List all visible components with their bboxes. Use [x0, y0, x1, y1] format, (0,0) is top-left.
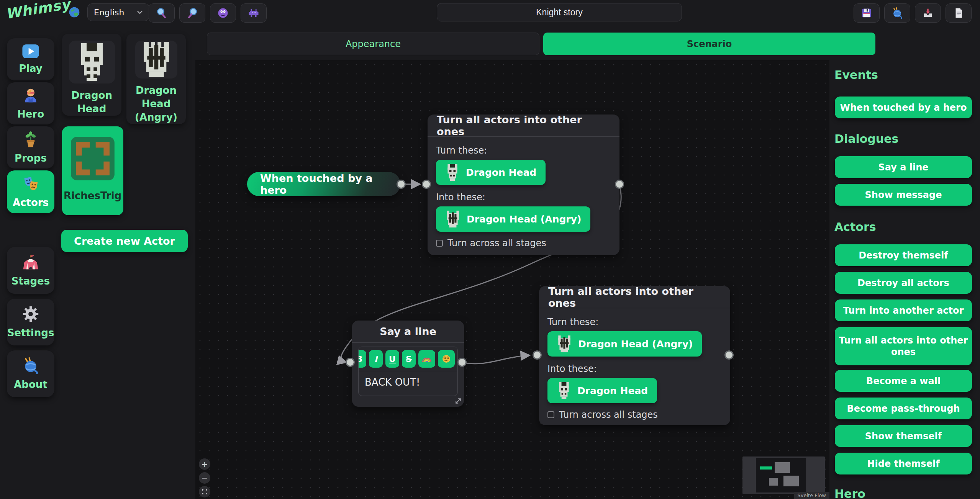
- actor-select-button[interactable]: Dragon Head (Angry): [547, 331, 702, 357]
- dragon-skull-angry-icon: [445, 211, 461, 227]
- minimap-node: [760, 466, 772, 470]
- save-button[interactable]: [854, 3, 880, 23]
- sidebar-item-props[interactable]: Props: [7, 126, 54, 169]
- source-handle[interactable]: [724, 350, 734, 360]
- sidebar-item-actors[interactable]: Actors: [7, 170, 54, 213]
- turn-these-label: Turn these:: [436, 145, 611, 156]
- palette-button-destroy-all-actors[interactable]: Destroy all actors: [835, 272, 972, 294]
- sidebar-item-label: Actors: [13, 197, 49, 208]
- sidebar-item-label: Stages: [11, 275, 50, 287]
- potted-plant-icon: [22, 131, 39, 148]
- import-button[interactable]: [915, 3, 941, 23]
- story-title-input[interactable]: [437, 3, 682, 21]
- resize-handle-icon[interactable]: [455, 398, 462, 404]
- document-button[interactable]: [946, 3, 972, 23]
- minimap-viewport: [756, 458, 806, 492]
- emoji-button[interactable]: [438, 350, 455, 368]
- checkbox-label: Turn across all stages: [447, 238, 546, 249]
- palette-button-turn-into-another[interactable]: Turn into another actor: [835, 299, 972, 321]
- italic-button[interactable]: I: [369, 350, 383, 368]
- alien-monster-button[interactable]: [241, 3, 267, 23]
- minimap-node: [783, 476, 799, 486]
- target-handle[interactable]: [533, 350, 542, 360]
- alien-monster-icon: [248, 7, 259, 19]
- source-handle[interactable]: [457, 358, 467, 367]
- palette-button-become-a-wall[interactable]: Become a wall: [835, 370, 972, 392]
- superhero-icon: [22, 87, 39, 104]
- node-say-a-line[interactable]: Say a line B I U S: [352, 321, 464, 407]
- palette-button-show-message[interactable]: Show message: [835, 184, 972, 206]
- actor-card-dragon-head-angry[interactable]: Dragon Head (Angry): [126, 34, 186, 124]
- create-new-actor-button[interactable]: Create new Actor: [61, 230, 188, 252]
- tab-label: Appearance: [346, 39, 401, 49]
- import-tray-icon: [922, 7, 934, 19]
- sidebar-item-stages[interactable]: Stages: [7, 247, 54, 294]
- palette-heading-events: Events: [834, 68, 972, 82]
- target-handle[interactable]: [422, 180, 431, 189]
- turn-across-stages-checkbox[interactable]: [547, 411, 554, 418]
- save-floppy-icon: [861, 7, 872, 19]
- target-handle[interactable]: [346, 358, 355, 367]
- svelte-flow-attribution[interactable]: Svelte Flow: [794, 492, 829, 499]
- sidebar-item-play[interactable]: Play: [7, 38, 54, 80]
- yarn-button[interactable]: [884, 3, 910, 23]
- app-window: Whimsy English: [0, 0, 980, 499]
- into-these-label: Into these:: [436, 192, 611, 203]
- node-title: When touched by a hero: [260, 172, 400, 196]
- checkbox-label: Turn across all stages: [559, 409, 658, 420]
- zoom-out-button[interactable]: −: [199, 472, 210, 484]
- search-left-button[interactable]: [149, 3, 175, 23]
- source-handle[interactable]: [397, 180, 406, 189]
- sidebar-item-hero[interactable]: Hero: [7, 82, 54, 124]
- underline-button[interactable]: U: [385, 350, 399, 368]
- palette-button-turn-all-actors[interactable]: Turn all actors into other ones: [835, 327, 972, 365]
- plus-icon: +: [202, 460, 208, 469]
- turn-across-stages-checkbox[interactable]: [436, 240, 443, 247]
- delete-button[interactable]: [457, 350, 458, 368]
- tab-scenario[interactable]: Scenario: [543, 33, 875, 55]
- dragon-skull-icon: [445, 164, 460, 181]
- strikethrough-button[interactable]: S: [402, 350, 416, 368]
- zoom-in-button[interactable]: +: [199, 458, 210, 470]
- palette-button-when-touched[interactable]: When touched by a hero: [835, 97, 972, 118]
- actor-name: Dragon Head: [577, 385, 648, 396]
- chevron-down-icon: [137, 10, 143, 14]
- dragon-skull-icon: [557, 382, 571, 399]
- woozy-face-icon: [442, 354, 451, 363]
- rainbow-button[interactable]: [418, 350, 435, 368]
- fit-view-button[interactable]: [199, 486, 210, 497]
- actor-card-richestrigger[interactable]: RichesTrigger: [62, 126, 123, 215]
- palette-button-hide-themself[interactable]: Hide themself: [835, 453, 972, 474]
- actor-name: Dragon Head (Angry): [126, 84, 186, 124]
- actor-card-dragon-head[interactable]: Dragon Head: [62, 34, 121, 116]
- magnifier-tilted-left-icon: [156, 7, 167, 19]
- node-turn-all-actors-1[interactable]: Turn all actors into other ones Turn the…: [428, 115, 619, 255]
- palette-button-become-pass-through[interactable]: Become pass-through: [835, 398, 972, 419]
- scenario-canvas[interactable]: When touched by a hero Turn all actors i…: [195, 60, 829, 499]
- minimap-node: [775, 462, 790, 473]
- actor-select-button[interactable]: Dragon Head: [547, 378, 657, 403]
- language-select[interactable]: English: [87, 3, 149, 21]
- actor-select-button[interactable]: Dragon Head (Angry): [436, 206, 590, 232]
- tab-appearance[interactable]: Appearance: [207, 33, 539, 55]
- bold-button[interactable]: B: [358, 350, 366, 368]
- turn-these-label: Turn these:: [547, 317, 722, 327]
- node-turn-all-actors-2[interactable]: Turn all actors into other ones Turn the…: [539, 286, 730, 425]
- search-right-button[interactable]: [179, 3, 205, 23]
- dragon-skull-angry-icon: [557, 335, 572, 352]
- actor-name: RichesTrigger: [64, 189, 122, 203]
- dialogue-text[interactable]: BACK OUT!: [359, 371, 457, 396]
- source-handle[interactable]: [615, 180, 624, 189]
- sidebar-item-settings[interactable]: Settings: [7, 299, 54, 345]
- node-when-touched-by-hero[interactable]: When touched by a hero: [247, 172, 400, 196]
- palette-button-show-themself[interactable]: Show themself: [835, 425, 972, 447]
- palette-button-destroy-themself[interactable]: Destroy themself: [835, 244, 972, 266]
- actor-select-button[interactable]: Dragon Head: [436, 160, 546, 185]
- sidebar-item-about[interactable]: About: [7, 350, 54, 397]
- node-title: Turn all actors into other ones: [428, 115, 619, 137]
- minimap[interactable]: [742, 456, 825, 494]
- palette-button-say-a-line[interactable]: Say a line: [835, 156, 972, 178]
- gear-icon: [22, 306, 39, 322]
- say-line-editor[interactable]: B I U S: [358, 347, 458, 396]
- purple-face-button[interactable]: [210, 3, 236, 23]
